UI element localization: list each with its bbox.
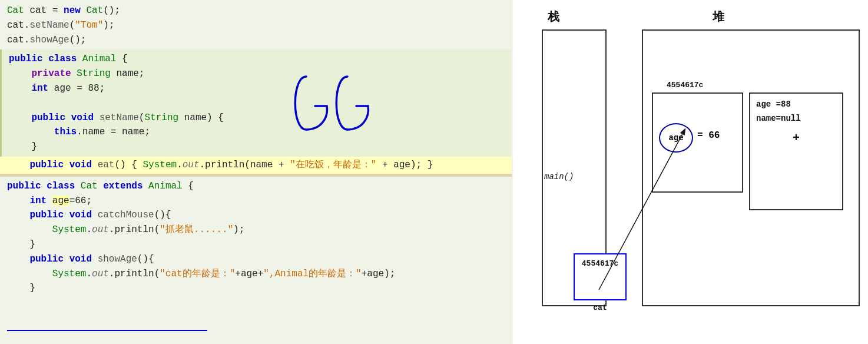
animal-field-age: int age = 88; [9,81,505,96]
underline-decoration [7,329,207,331]
eat-method: public void eat() { System.out.println(n… [7,158,505,173]
gg-annotation [289,71,395,135]
heap-age-value: = 66 [697,130,720,141]
cat-age: int age=66; [7,194,505,209]
stack-title: 栈 [548,9,559,25]
animal-box: age =88 name=null + [749,92,843,210]
animal-name-field: name=null [750,111,842,125]
cat-catch-body: System.out.println("抓老鼠......"); [7,223,505,237]
diagram-panel: 栈 堆 main() 4554617c cat 4554617c age = 6… [512,0,868,344]
animal-setname-close: } [9,140,505,154]
animal-field-name: private String name; [9,67,505,81]
animal-setname-body: this.name = name; [9,125,505,140]
animal-header: public class Animal { [9,52,505,67]
cat-showage-sig: public void showAge(){ [7,252,505,267]
code-eat-line: public void eat() { System.out.println(n… [0,157,512,174]
stack-box: main() 4554617c cat [542,29,607,306]
cat-label: cat [575,303,625,312]
heap-box: 4554617c age = 66 age =88 name=null + [642,29,860,306]
cat-showage-body: System.out.println("cat的年龄是："+age+",Anim… [7,267,505,282]
code-line-1: Cat cat = new Cat(); [7,4,505,18]
code-animal-class: public class Animal { private String nam… [0,49,512,157]
code-section-top: Cat cat = new Cat(); cat.setName("Tom");… [0,0,512,49]
code-panel: Cat cat = new Cat(); cat.setName("Tom");… [0,0,512,344]
cat-header: public class Cat extends Animal { [7,179,505,194]
heap-obj-box: age = 66 [652,92,743,193]
heap-title: 堆 [713,9,724,25]
code-cat-class: public class Cat extends Animal { int ag… [0,176,512,298]
main-label: main() [544,172,574,181]
cat-stack-box: 4554617c cat [574,253,627,300]
code-line-3: cat.showAge(); [7,33,505,48]
heap-addr-top: 4554617c [667,81,703,90]
cat-showage-close: } [7,281,505,296]
code-line-2: cat.setName("Tom"); [7,18,505,33]
heap-age-label: age [668,133,683,143]
cat-catch-sig: public void catchMouse(){ [7,208,505,223]
animal-plus: + [750,125,842,145]
animal-blank [9,96,505,111]
animal-setname-sig: public void setName(String name) { [9,111,505,125]
animal-age-field: age =88 [750,94,842,111]
heap-age-circle: age [659,123,693,153]
cat-catch-close: } [7,237,505,252]
cat-address-value: 4554617c [575,254,625,268]
